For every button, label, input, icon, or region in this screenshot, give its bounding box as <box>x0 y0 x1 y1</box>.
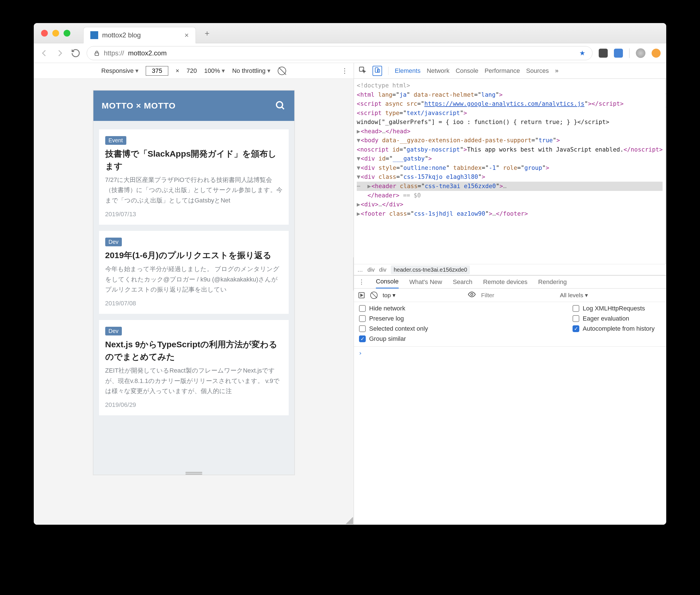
tab-performance[interactable]: Performance <box>484 67 520 75</box>
console-filter-input[interactable] <box>481 292 555 299</box>
tab-remote-devices[interactable]: Remote devices <box>483 278 528 286</box>
post-title[interactable]: 技書博で「SlackApps開発ガイド」を頒布します <box>105 148 282 172</box>
search-icon[interactable] <box>275 100 286 112</box>
console-prompt[interactable]: › <box>354 347 666 359</box>
minimize-window-icon[interactable] <box>52 30 59 36</box>
tab-sources[interactable]: Sources <box>526 67 549 75</box>
console-toolbar: top ▾ All levels ▾ <box>354 288 666 302</box>
emulated-device[interactable]: MOTTO × MOTTO Event 技書博で「SlackApps開発ガイド」… <box>93 90 295 475</box>
device-drag-handle-icon[interactable] <box>180 470 208 475</box>
tab-network[interactable]: Network <box>427 67 450 75</box>
post-card[interactable]: Dev 2019年(1-6月)のプルリクエストを振り返る 今年も始まって半分が経… <box>99 231 289 314</box>
opt-hide-network[interactable]: Hide network <box>359 305 561 312</box>
viewport-width-input[interactable] <box>146 66 168 76</box>
drawer-menu-icon[interactable]: ⋮ <box>358 278 365 286</box>
script-src-link[interactable]: https://www.google-analytics.com/analyti… <box>424 101 584 107</box>
address-bar[interactable]: https://mottox2.com ★ <box>87 46 593 60</box>
device-toggle-icon[interactable] <box>373 66 382 76</box>
dom-node[interactable]: ▼<div style="outline:none" tabindex="-1"… <box>357 163 663 173</box>
clear-console-icon[interactable] <box>370 291 378 299</box>
css-rules[interactable]: element.style { } .css-tne3ai {(index):5… <box>666 107 666 275</box>
post-tag[interactable]: Event <box>105 136 126 145</box>
tab-whatsnew[interactable]: What's New <box>409 278 442 286</box>
opt-log-xhr[interactable]: Log XMLHttpRequests <box>572 305 666 312</box>
url-host: mottox2.com <box>128 49 166 57</box>
forward-icon[interactable] <box>55 48 65 58</box>
post-tag[interactable]: Dev <box>105 327 122 336</box>
inspect-element-icon[interactable] <box>358 66 366 76</box>
post-date: 2019/06/29 <box>105 401 282 408</box>
profile-avatar-icon[interactable] <box>636 48 645 58</box>
dom-node[interactable]: <script async src="https://www.google-an… <box>357 99 663 109</box>
post-list: Event 技書博で「SlackApps開発ガイド」を頒布します 7/27に大田… <box>93 121 294 430</box>
browser-tab[interactable]: mottox2 blog × <box>83 27 196 43</box>
post-title[interactable]: Next.js 9からTypeScriptの利用方法が変わるのでまとめてみた <box>105 338 282 363</box>
dom-breadcrumbs[interactable]: … div div header.css-tne3ai.e156zxde0 <box>354 264 666 275</box>
svg-point-1 <box>276 102 282 108</box>
device-mode-select[interactable]: Responsive <box>101 67 138 75</box>
devtools-tabbar: Elements Network Console Performance Sou… <box>354 63 666 79</box>
close-window-icon[interactable] <box>41 30 48 36</box>
lock-icon <box>94 50 100 56</box>
extension-icon[interactable] <box>652 49 661 58</box>
live-expression-icon[interactable] <box>467 290 476 300</box>
dom-node[interactable]: ▶<footer class="css-1sjhdjl eaz1ow90">…<… <box>357 209 663 219</box>
post-excerpt: ZEIT社が開発しているReact製のフレームワークNext.jsですが、現在v… <box>105 366 282 396</box>
post-excerpt: 今年も始まって半分が経過しました。 ブログのメンタリングをしてくれたカック@ブロ… <box>105 264 282 295</box>
tab-rendering[interactable]: Rendering <box>538 278 567 286</box>
maximize-window-icon[interactable] <box>63 30 70 36</box>
dom-node[interactable]: ▼<div id="___gatsby"> <box>357 154 663 163</box>
tab-elements[interactable]: Elements <box>395 67 421 75</box>
tab-console[interactable]: Console <box>456 67 478 75</box>
titlebar: mottox2 blog × ＋ <box>34 23 666 43</box>
opt-selected-context[interactable]: Selected context only <box>359 325 561 332</box>
dom-node[interactable]: <html lang="ja" data-react-helmet="lang"… <box>357 90 663 100</box>
tab-console[interactable]: Console <box>376 276 399 288</box>
dom-node[interactable]: ▼<div class="css-157kqjo e1agh3l80"> <box>357 172 663 182</box>
zoom-select[interactable]: 100% <box>204 67 225 75</box>
opt-eager-eval[interactable]: Eager evaluation <box>572 315 666 322</box>
dom-node[interactable]: ▶<head>…</head> <box>357 127 663 136</box>
close-tab-icon[interactable]: × <box>185 31 189 40</box>
back-icon[interactable] <box>39 48 49 58</box>
extension-icon[interactable] <box>599 49 608 58</box>
tab-search[interactable]: Search <box>453 278 473 286</box>
rotate-icon[interactable] <box>278 67 286 75</box>
dom-node-selected[interactable]: ⋯ ▶<header class="css-tne3ai e156zxde0">… <box>357 182 663 191</box>
resize-corner-icon[interactable] <box>346 517 353 524</box>
opt-group-similar[interactable]: ✓Group similar <box>359 335 561 342</box>
crumb[interactable]: div <box>379 266 386 273</box>
post-card[interactable]: Event 技書博で「SlackApps開発ガイド」を頒布します 7/27に大田… <box>99 129 289 225</box>
crumb[interactable]: div <box>368 266 375 273</box>
dom-node[interactable]: <script type="text/javascript"> <box>357 109 663 118</box>
dom-node[interactable]: </header> == $0 <box>357 191 663 200</box>
crumb-selected[interactable]: header.css-tne3ai.e156zxde0 <box>391 265 470 274</box>
dom-node[interactable]: ▼<body data-__gyazo-extension-added-past… <box>357 136 663 145</box>
post-title[interactable]: 2019年(1-6月)のプルリクエストを振り返る <box>105 249 282 261</box>
tabs-overflow-icon[interactable]: » <box>555 67 559 75</box>
new-tab-button[interactable]: ＋ <box>201 28 213 39</box>
reload-icon[interactable] <box>71 48 80 58</box>
svg-rect-4 <box>378 69 380 72</box>
opt-autocomplete[interactable]: ✓Autocomplete from history <box>572 325 666 332</box>
opt-preserve-log[interactable]: Preserve log <box>359 315 561 322</box>
context-select[interactable]: top ▾ <box>383 292 396 299</box>
post-tag[interactable]: Dev <box>105 237 122 246</box>
site-title[interactable]: MOTTO × MOTTO <box>102 101 176 111</box>
dom-node[interactable]: ▶<div>…</div> <box>357 200 663 209</box>
dom-node[interactable]: <!doctype html> <box>357 81 663 90</box>
width-resize-handle-icon[interactable] <box>353 257 354 291</box>
run-icon[interactable] <box>358 291 365 299</box>
more-options-icon[interactable]: ⋮ <box>341 67 349 75</box>
dimension-separator: × <box>176 67 179 75</box>
dom-tree[interactable]: <!doctype html> <html lang="ja" data-rea… <box>354 79 666 264</box>
post-card[interactable]: Dev Next.js 9からTypeScriptの利用方法が変わるのでまとめて… <box>99 320 289 415</box>
crumb-overflow-icon[interactable]: … <box>357 266 363 273</box>
dom-node[interactable]: <noscript id="gatsby-noscript">This app … <box>357 145 663 154</box>
viewport-canvas: MOTTO × MOTTO Event 技書博で「SlackApps開発ガイド」… <box>34 79 354 525</box>
throttling-select[interactable]: No throttling <box>232 67 270 75</box>
bookmark-star-icon[interactable]: ★ <box>579 49 586 57</box>
extension-icon[interactable] <box>614 49 623 58</box>
dom-text: window["_gaUserPrefs"] = { ioo : functio… <box>357 117 663 127</box>
log-levels-select[interactable]: All levels ▾ <box>560 292 588 299</box>
